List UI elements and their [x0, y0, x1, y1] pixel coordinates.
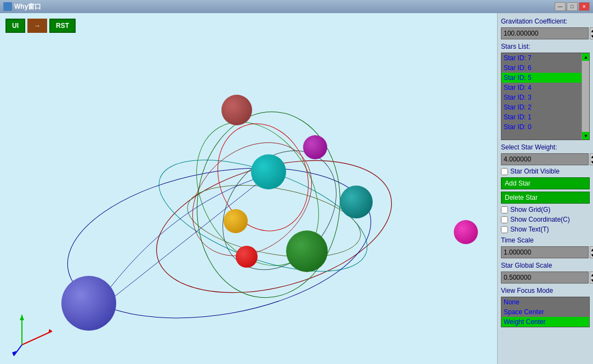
- select-star-weight-label: Select Star Weight:: [501, 143, 590, 151]
- stars-list-item[interactable]: Star ID: 4: [501, 83, 589, 93]
- focus-mode-item[interactable]: None: [501, 297, 589, 307]
- rst-button[interactable]: RST: [49, 19, 76, 33]
- star-4[interactable]: [251, 154, 286, 189]
- gravitation-down[interactable]: ▼: [590, 33, 593, 39]
- star-orbit-visible-label: Star Orbit Visible: [510, 167, 560, 175]
- svg-line-14: [14, 345, 22, 356]
- title-bar-left: Why窗口: [3, 2, 41, 11]
- show-text-checkbox[interactable]: [501, 226, 508, 233]
- time-scale-down[interactable]: ▼: [590, 252, 593, 258]
- star-1[interactable]: [221, 95, 252, 125]
- time-scale-spinner[interactable]: ▲ ▼: [590, 246, 593, 258]
- stars-list-item[interactable]: Star ID: 1: [501, 112, 589, 122]
- star-weight-up[interactable]: ▲: [590, 154, 593, 159]
- view-focus-mode-label: View Focus Mode: [501, 287, 590, 294]
- global-scale-input[interactable]: [501, 271, 589, 284]
- time-scale-label: Time Scale: [501, 236, 590, 244]
- close-button[interactable]: ✕: [579, 2, 590, 11]
- svg-marker-11: [48, 329, 52, 333]
- stars-list-item[interactable]: Star ID: 5: [501, 73, 589, 83]
- star-global-scale-label: Star Global Scale: [501, 262, 590, 269]
- svg-point-3: [190, 106, 348, 303]
- show-text-row: Show Text(T): [501, 226, 590, 233]
- star-7[interactable]: [340, 186, 373, 218]
- axis-indicator: [11, 309, 60, 359]
- global-scale-down[interactable]: ▼: [590, 278, 593, 283]
- star-5[interactable]: [303, 135, 327, 159]
- svg-line-10: [22, 331, 52, 345]
- global-scale-input-row: ▲ ▼: [501, 271, 590, 284]
- delete-star-button[interactable]: Delete Star: [501, 192, 590, 204]
- star-orbit-visible-row: Star Orbit Visible: [501, 167, 590, 175]
- show-text-label: Show Text(T): [510, 226, 549, 233]
- arrow-button[interactable]: →: [27, 19, 47, 33]
- star-weight-down[interactable]: ▼: [590, 159, 593, 165]
- gravitation-spinner[interactable]: ▲ ▼: [590, 27, 593, 39]
- title-bar: Why窗口 — □ ✕: [0, 0, 593, 13]
- time-scale-up[interactable]: ▲: [590, 247, 593, 252]
- show-grid-row: Show Grid(G): [501, 206, 590, 213]
- stars-list-item[interactable]: Star ID: 0: [501, 122, 589, 132]
- toolbar: UI → RST: [5, 19, 76, 33]
- show-coordinate-row: Show Coordinate(C): [501, 216, 590, 223]
- star-6[interactable]: [286, 230, 328, 272]
- star-weight-input-row: ▲ ▼: [501, 153, 590, 165]
- time-scale-input-row: ▲ ▼: [501, 246, 590, 258]
- star-orbit-visible-checkbox[interactable]: [501, 168, 508, 175]
- show-coordinate-checkbox[interactable]: [501, 216, 508, 223]
- stars-list-item[interactable]: Star ID: 6: [501, 63, 589, 73]
- star-weight-spinner[interactable]: ▲ ▼: [590, 153, 593, 165]
- star-3[interactable]: [236, 246, 258, 268]
- window-title: Why窗口: [14, 2, 41, 11]
- stars-list-scroll-up[interactable]: ▲: [582, 53, 590, 61]
- stars-list-item[interactable]: Star ID: 2: [501, 102, 589, 112]
- gravitation-up[interactable]: ▲: [590, 28, 593, 33]
- global-scale-spinner[interactable]: ▲ ▼: [590, 271, 593, 284]
- gravitation-input[interactable]: [501, 27, 589, 39]
- title-bar-controls: — □ ✕: [555, 2, 590, 11]
- focus-mode-list[interactable]: NoneSpace CenterWeight Center: [501, 297, 590, 327]
- stars-list-scroll-down[interactable]: ▼: [582, 132, 590, 140]
- stars-list-label: Stars List:: [501, 43, 590, 50]
- maximize-button[interactable]: □: [567, 2, 578, 11]
- stars-list-item[interactable]: Star ID: 7: [501, 53, 589, 63]
- canvas-area[interactable]: UI → RST: [0, 13, 497, 364]
- svg-line-9: [89, 175, 269, 317]
- focus-mode-item[interactable]: Space Center: [501, 307, 589, 317]
- main-layout: UI → RST: [0, 13, 593, 364]
- show-grid-checkbox[interactable]: [501, 206, 508, 213]
- show-grid-label: Show Grid(G): [510, 206, 550, 213]
- sidebar: Gravitation Coefficient: ▲ ▼ Stars List:…: [497, 13, 593, 364]
- star-8[interactable]: [454, 220, 478, 244]
- star-2[interactable]: [224, 209, 248, 233]
- show-coordinate-label: Show Coordinate(C): [510, 216, 570, 223]
- star-0[interactable]: [61, 276, 116, 331]
- stars-list-item[interactable]: Star ID: 3: [501, 93, 589, 102]
- gravitation-label: Gravitation Coefficient:: [501, 18, 590, 25]
- app-icon: [3, 2, 12, 11]
- global-scale-up[interactable]: ▲: [590, 272, 593, 278]
- minimize-button[interactable]: —: [555, 2, 566, 11]
- svg-point-5: [199, 128, 360, 292]
- add-star-button[interactable]: Add Star: [501, 177, 590, 189]
- svg-marker-13: [20, 315, 24, 320]
- ui-button[interactable]: UI: [5, 19, 25, 33]
- focus-mode-item[interactable]: Weight Center: [501, 317, 589, 327]
- stars-list[interactable]: Star ID: 7Star ID: 6Star ID: 5Star ID: 4…: [501, 53, 590, 140]
- gravitation-input-row: ▲ ▼: [501, 27, 590, 39]
- star-weight-input[interactable]: [501, 153, 589, 165]
- time-scale-input[interactable]: [501, 246, 589, 258]
